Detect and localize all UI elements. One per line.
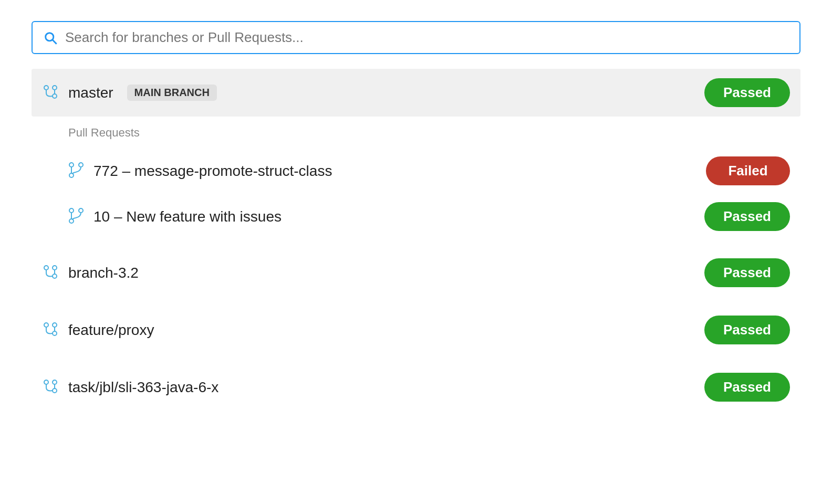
branch-name-proxy: feature/proxy — [68, 322, 154, 339]
branch-icon-jbl — [42, 378, 59, 397]
search-icon — [43, 30, 58, 45]
section-divider-3 — [32, 354, 800, 363]
branch-icon — [42, 83, 59, 102]
branch-icon-proxy — [42, 321, 59, 340]
pr-row-10[interactable]: 10 – New feature with issues Passed — [68, 194, 800, 239]
svg-point-27 — [53, 380, 57, 384]
branch-row-left: master MAIN BRANCH — [42, 83, 217, 102]
pr-row-772[interactable]: 772 – message-promote-struct-class Faile… — [68, 148, 800, 194]
branch-row-left-proxy: feature/proxy — [42, 321, 154, 340]
pull-requests-label: Pull Requests — [68, 122, 800, 144]
pr-icon-772 — [68, 161, 84, 182]
pr-row-left-10: 10 – New feature with issues — [68, 206, 282, 227]
svg-point-25 — [44, 380, 48, 384]
svg-line-1 — [53, 40, 57, 44]
section-divider-2 — [32, 297, 800, 306]
svg-point-26 — [53, 388, 57, 393]
svg-point-21 — [53, 331, 57, 335]
svg-point-15 — [44, 266, 48, 270]
svg-point-11 — [69, 208, 74, 213]
search-bar[interactable] — [32, 21, 800, 54]
pr-name-772: 772 – message-promote-struct-class — [93, 163, 332, 180]
svg-point-2 — [44, 86, 48, 90]
branch-icon-32 — [42, 264, 59, 282]
svg-point-9 — [79, 163, 83, 167]
branch-row-left-jbl: task/jbl/sli-363-java-6-x — [42, 378, 219, 397]
status-badge-branch32: Passed — [704, 258, 790, 287]
section-divider — [32, 239, 800, 249]
pr-icon-10 — [68, 206, 84, 227]
svg-point-7 — [69, 163, 74, 167]
status-badge-pr-772: Failed — [706, 156, 790, 185]
svg-point-20 — [44, 323, 48, 327]
svg-point-0 — [46, 33, 54, 40]
status-badge-jbl: Passed — [704, 373, 790, 402]
branch-name-jbl: task/jbl/sli-363-java-6-x — [68, 379, 219, 396]
branch-name-32: branch-3.2 — [68, 265, 139, 281]
svg-point-3 — [53, 94, 57, 98]
branch-row-task-jbl[interactable]: task/jbl/sli-363-java-6-x Passed — [32, 363, 800, 411]
status-badge-pr-10: Passed — [704, 202, 790, 231]
status-badge-master: Passed — [704, 78, 790, 107]
branch-row-master[interactable]: master MAIN BRANCH Passed — [32, 69, 800, 117]
svg-point-13 — [79, 208, 83, 213]
branch-row-proxy[interactable]: feature/proxy Passed — [32, 306, 800, 354]
status-badge-proxy: Passed — [704, 316, 790, 344]
svg-point-17 — [53, 266, 57, 270]
pull-requests-section: Pull Requests 772 – message-promote-stru… — [32, 117, 800, 239]
svg-point-16 — [53, 274, 57, 278]
svg-point-4 — [53, 86, 57, 90]
pr-row-left: 772 – message-promote-struct-class — [68, 161, 332, 182]
branch-row-left-32: branch-3.2 — [42, 264, 139, 282]
branch-row-branch32[interactable]: branch-3.2 Passed — [32, 249, 800, 297]
pr-name-10: 10 – New feature with issues — [93, 208, 282, 225]
branch-name-master: master — [68, 85, 113, 101]
svg-point-22 — [53, 323, 57, 327]
branch-list: master MAIN BRANCH Passed Pull Requests — [32, 69, 800, 411]
main-branch-badge: MAIN BRANCH — [127, 85, 217, 101]
search-input[interactable] — [65, 29, 789, 46]
